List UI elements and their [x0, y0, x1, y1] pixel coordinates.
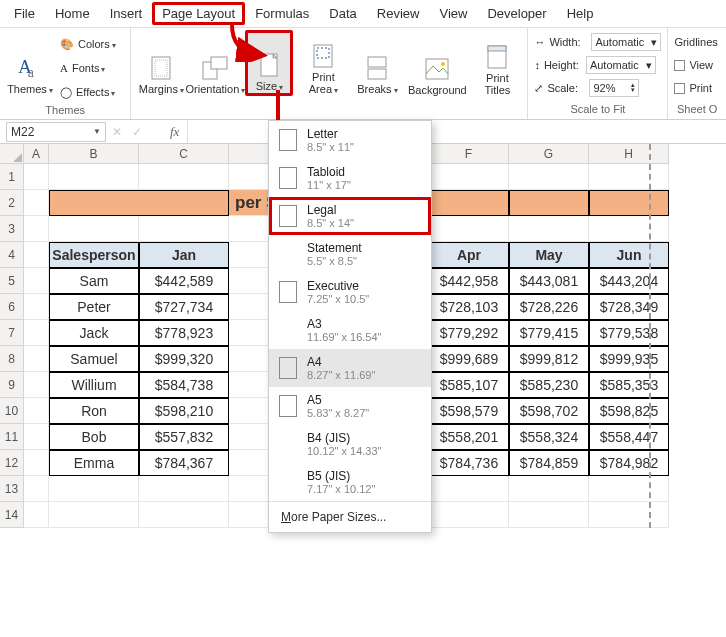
row-header-6[interactable]: 6 — [0, 294, 24, 320]
background-button[interactable]: Background — [407, 30, 467, 96]
table-cell[interactable]: $584,738 — [139, 372, 229, 398]
row-header-14[interactable]: 14 — [0, 502, 24, 528]
table-cell[interactable]: $598,579 — [429, 398, 509, 424]
table-cell[interactable]: $557,832 — [139, 424, 229, 450]
effects-button[interactable]: ◯Effects — [60, 82, 116, 102]
table-cell[interactable]: $728,226 — [509, 294, 589, 320]
table-cell[interactable]: $727,734 — [139, 294, 229, 320]
row-header-5[interactable]: 5 — [0, 268, 24, 294]
print-area-button[interactable]: Print Area — [299, 30, 347, 96]
more-paper-sizes[interactable]: More Paper Sizes... — [269, 501, 431, 532]
col-header-f[interactable]: F — [429, 144, 509, 164]
menu-developer[interactable]: Developer — [477, 2, 556, 25]
table-cell[interactable]: $999,812 — [509, 346, 589, 372]
table-cell[interactable]: Samuel — [49, 346, 139, 372]
paper-size-a4[interactable]: A48.27" x 11.69" — [269, 349, 431, 387]
menu-data[interactable]: Data — [319, 2, 366, 25]
themes-button[interactable]: Aa Themes — [6, 30, 54, 96]
table-cell[interactable]: $558,447 — [589, 424, 669, 450]
table-cell[interactable]: Jack — [49, 320, 139, 346]
paper-size-a3[interactable]: A311.69" x 16.54" — [269, 311, 431, 349]
breaks-button[interactable]: Breaks — [353, 30, 401, 96]
paper-size-b4-jis-[interactable]: B4 (JIS)10.12" x 14.33" — [269, 425, 431, 463]
table-cell[interactable]: $999,320 — [139, 346, 229, 372]
height-combo[interactable]: Automatic▾ — [586, 56, 656, 74]
table-cell[interactable]: $598,210 — [139, 398, 229, 424]
menu-home[interactable]: Home — [45, 2, 100, 25]
table-cell[interactable]: $585,107 — [429, 372, 509, 398]
row-header-4[interactable]: 4 — [0, 242, 24, 268]
table-cell[interactable]: $598,702 — [509, 398, 589, 424]
col-header-b[interactable]: B — [49, 144, 139, 164]
paper-size-b5-jis-[interactable]: B5 (JIS)7.17" x 10.12" — [269, 463, 431, 501]
table-cell[interactable]: Bob — [49, 424, 139, 450]
paper-size-executive[interactable]: Executive7.25" x 10.5" — [269, 273, 431, 311]
select-all-corner[interactable] — [0, 144, 24, 164]
table-cell[interactable]: $779,415 — [509, 320, 589, 346]
fx-icon[interactable]: fx — [170, 124, 179, 140]
row-header-10[interactable]: 10 — [0, 398, 24, 424]
col-header-c[interactable]: C — [139, 144, 229, 164]
print-titles-button[interactable]: Print Titles — [473, 30, 521, 96]
table-cell[interactable]: $778,923 — [139, 320, 229, 346]
paper-size-tabloid[interactable]: Tabloid11" x 17" — [269, 159, 431, 197]
colors-button[interactable]: 🎨Colors — [60, 34, 116, 54]
menu-review[interactable]: Review — [367, 2, 430, 25]
row-header-13[interactable]: 13 — [0, 476, 24, 502]
size-button[interactable]: Size — [245, 30, 293, 96]
table-cell[interactable]: $558,201 — [429, 424, 509, 450]
row-header-3[interactable]: 3 — [0, 216, 24, 242]
row-header-12[interactable]: 12 — [0, 450, 24, 476]
table-cell[interactable]: Ron — [49, 398, 139, 424]
table-cell[interactable]: $585,230 — [509, 372, 589, 398]
name-box[interactable]: M22▼ — [6, 122, 106, 142]
paper-size-statement[interactable]: Statement5.5" x 8.5" — [269, 235, 431, 273]
row-header-9[interactable]: 9 — [0, 372, 24, 398]
table-cell[interactable]: $598,825 — [589, 398, 669, 424]
paper-size-a5[interactable]: A55.83" x 8.27" — [269, 387, 431, 425]
fonts-button[interactable]: AFonts — [60, 58, 116, 78]
row-header-7[interactable]: 7 — [0, 320, 24, 346]
table-cell[interactable]: $442,589 — [139, 268, 229, 294]
menu-insert[interactable]: Insert — [100, 2, 153, 25]
table-cell[interactable]: Sam — [49, 268, 139, 294]
table-cell[interactable]: $784,982 — [589, 450, 669, 476]
menu-page-layout[interactable]: Page Layout — [152, 2, 245, 25]
menu-help[interactable]: Help — [557, 2, 604, 25]
table-cell[interactable]: $585,353 — [589, 372, 669, 398]
table-cell[interactable]: Willium — [49, 372, 139, 398]
col-header-h[interactable]: H — [589, 144, 669, 164]
table-cell[interactable]: Emma — [49, 450, 139, 476]
row-header-1[interactable]: 1 — [0, 164, 24, 190]
orientation-button[interactable]: Orientation — [191, 30, 239, 96]
menu-view[interactable]: View — [429, 2, 477, 25]
margins-button[interactable]: Margins — [137, 30, 185, 96]
scale-combo[interactable]: 92%▴▾ — [589, 79, 639, 97]
table-cell[interactable]: $443,081 — [509, 268, 589, 294]
menu-file[interactable]: File — [4, 2, 45, 25]
paper-size-letter[interactable]: Letter8.5" x 11" — [269, 121, 431, 159]
table-cell[interactable]: $779,538 — [589, 320, 669, 346]
table-cell[interactable]: $558,324 — [509, 424, 589, 450]
table-cell[interactable]: Peter — [49, 294, 139, 320]
col-header-g[interactable]: G — [509, 144, 589, 164]
width-combo[interactable]: Automatic▾ — [591, 33, 661, 51]
table-cell[interactable]: $999,689 — [429, 346, 509, 372]
view-checkbox[interactable]: View — [674, 55, 713, 75]
paper-size-legal[interactable]: Legal8.5" x 14" — [269, 197, 431, 235]
menu-formulas[interactable]: Formulas — [245, 2, 319, 25]
table-cell[interactable]: $728,349 — [589, 294, 669, 320]
row-header-8[interactable]: 8 — [0, 346, 24, 372]
table-cell[interactable]: $728,103 — [429, 294, 509, 320]
table-cell[interactable]: $779,292 — [429, 320, 509, 346]
table-cell[interactable]: $784,736 — [429, 450, 509, 476]
table-cell[interactable]: $784,859 — [509, 450, 589, 476]
print-checkbox[interactable]: Print — [674, 78, 712, 98]
row-header-11[interactable]: 11 — [0, 424, 24, 450]
table-cell[interactable]: $784,367 — [139, 450, 229, 476]
row-header-2[interactable]: 2 — [0, 190, 24, 216]
col-header-a[interactable]: A — [24, 144, 49, 164]
table-cell[interactable]: $443,204 — [589, 268, 669, 294]
table-cell[interactable]: $442,958 — [429, 268, 509, 294]
table-cell[interactable]: $999,935 — [589, 346, 669, 372]
